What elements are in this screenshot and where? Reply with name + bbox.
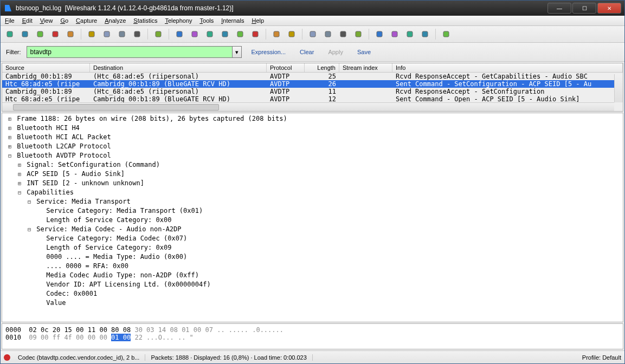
tree-node[interactable]: Service Category: Media Codec (0x07) bbox=[4, 234, 621, 243]
tree-toggle-icon[interactable]: ⊞ bbox=[7, 124, 13, 133]
tree-toggle-icon[interactable] bbox=[36, 299, 42, 308]
tree-node[interactable]: 0000 .... = Media Type: Audio (0x00) bbox=[4, 252, 621, 262]
tree-node[interactable]: Length of Service Category: 0x00 bbox=[4, 216, 621, 225]
tree-toggle-icon[interactable]: ⊞ bbox=[7, 142, 13, 151]
open-icon[interactable] bbox=[86, 28, 98, 40]
filter-dropdown[interactable]: ▾ bbox=[232, 46, 242, 58]
restart-icon[interactable] bbox=[65, 28, 76, 40]
menu-statistics[interactable]: Statistics bbox=[133, 17, 157, 24]
menu-telephony[interactable]: Telephony bbox=[165, 17, 192, 24]
capture-filter-icon[interactable] bbox=[373, 28, 385, 40]
expert-info-icon[interactable] bbox=[4, 354, 10, 361]
goto-top-icon[interactable] bbox=[234, 28, 246, 40]
tree-toggle-icon[interactable]: ⊞ bbox=[16, 161, 23, 170]
packet-list-pane[interactable]: Source Destination Protocol Length Strea… bbox=[2, 63, 623, 112]
back-icon[interactable] bbox=[189, 28, 201, 40]
tree-node[interactable]: Media Codec Audio Type: non-A2DP (0xff) bbox=[4, 271, 621, 280]
table-row[interactable]: Cambridg_00:b1:89(Htc_68:ad:e5 (riiperso… bbox=[2, 73, 623, 80]
hex-pane[interactable]: 0000 02 0c 20 15 00 11 00 80 08 30 03 14… bbox=[2, 323, 623, 349]
tree-toggle-icon[interactable]: ⊟ bbox=[16, 188, 23, 197]
tree-node[interactable]: ⊟ Service: Media Transport bbox=[4, 197, 621, 206]
tree-toggle-icon[interactable]: ⊞ bbox=[7, 133, 13, 142]
close-button[interactable]: ✕ bbox=[597, 3, 621, 14]
layout2-icon[interactable] bbox=[286, 28, 298, 40]
menu-analyze[interactable]: Analyze bbox=[105, 17, 126, 24]
titlebar[interactable]: btsnoop_hci.log [Wireshark 1.12.4 (v1.12… bbox=[1, 1, 624, 16]
save-button[interactable]: Save bbox=[353, 49, 375, 55]
find-icon[interactable] bbox=[173, 28, 185, 40]
tree-toggle-icon[interactable]: ⊞ bbox=[16, 179, 23, 188]
close-icon[interactable] bbox=[116, 28, 128, 40]
tree-toggle-icon[interactable] bbox=[36, 216, 42, 225]
menu-go[interactable]: Go bbox=[60, 17, 68, 24]
tree-toggle-icon[interactable]: ⊞ bbox=[16, 170, 23, 179]
menu-file[interactable]: File bbox=[5, 17, 15, 24]
coloring-icon[interactable] bbox=[404, 28, 416, 40]
table-row[interactable]: Htc_68:ad:e5 (riipeCambridg_00:b1:89 (Bl… bbox=[2, 80, 623, 88]
tree-toggle-icon[interactable] bbox=[36, 244, 42, 252]
play-green-icon[interactable] bbox=[34, 28, 46, 40]
forward-icon[interactable] bbox=[204, 28, 216, 40]
tree-node[interactable]: ⊞ INT SEID [2 - unknown unknown] bbox=[4, 179, 621, 188]
menu-tools[interactable]: Tools bbox=[200, 17, 214, 24]
record-target-icon[interactable] bbox=[19, 28, 31, 40]
tree-node[interactable]: ⊞ Signal: SetConfiguration (Command) bbox=[4, 160, 621, 170]
tree-toggle-icon[interactable]: ⊟ bbox=[7, 152, 13, 160]
menu-edit[interactable]: Edit bbox=[22, 17, 33, 24]
prefs-icon[interactable] bbox=[419, 28, 431, 40]
tree-toggle-icon[interactable] bbox=[36, 290, 42, 298]
refresh-icon[interactable] bbox=[131, 28, 143, 40]
menu-internals[interactable]: Internals bbox=[221, 17, 244, 24]
maximize-button[interactable]: ☐ bbox=[572, 3, 596, 14]
tree-toggle-icon[interactable] bbox=[36, 271, 42, 280]
filter-input[interactable] bbox=[27, 46, 233, 58]
tree-toggle-icon[interactable]: ⊞ bbox=[7, 115, 13, 123]
record-circle-icon[interactable] bbox=[4, 28, 16, 40]
menu-help[interactable]: Help bbox=[252, 17, 264, 24]
stop-red-icon[interactable] bbox=[49, 28, 61, 40]
help-icon[interactable] bbox=[440, 28, 452, 40]
tree-node[interactable]: ⊞ Bluetooth HCI ACL Packet bbox=[4, 133, 621, 142]
apply-button[interactable]: Apply bbox=[324, 49, 347, 55]
goto-bottom-icon[interactable] bbox=[249, 28, 261, 40]
packet-vscroll[interactable] bbox=[614, 74, 623, 102]
status-profile[interactable]: Profile: Default bbox=[582, 354, 621, 361]
tree-toggle-icon[interactable] bbox=[36, 207, 42, 216]
tree-toggle-icon[interactable]: ⊟ bbox=[26, 198, 33, 206]
tree-node[interactable]: Codec: 0x0001 bbox=[4, 289, 621, 298]
packet-hscroll[interactable] bbox=[2, 102, 614, 111]
save-icon[interactable] bbox=[101, 28, 113, 40]
tree-node[interactable]: Value bbox=[4, 298, 621, 308]
tree-node[interactable]: Length of Service Category: 0x09 bbox=[4, 243, 621, 252]
tree-toggle-icon[interactable] bbox=[36, 235, 42, 243]
tree-node[interactable]: ⊟ Service: Media Codec - Audio non-A2DP bbox=[4, 225, 621, 234]
resize-cols-icon[interactable] bbox=[352, 28, 364, 40]
packet-columns-header[interactable]: Source Destination Protocol Length Strea… bbox=[2, 63, 623, 73]
menu-view[interactable]: View bbox=[40, 17, 53, 24]
table-row[interactable]: Cambridg_00:b1:89(Htc_68:ad:e5 (riiperso… bbox=[2, 88, 623, 95]
minimize-button[interactable]: — bbox=[547, 3, 571, 14]
layout1-icon[interactable] bbox=[270, 28, 282, 40]
tree-toggle-icon[interactable]: ⊟ bbox=[26, 225, 33, 234]
tree-node[interactable]: ⊟ Capabilities bbox=[4, 188, 621, 197]
zoom-out-icon[interactable] bbox=[322, 28, 334, 40]
zoom-in-icon[interactable] bbox=[307, 28, 319, 40]
display-filter-icon[interactable] bbox=[389, 28, 401, 40]
tree-node[interactable]: ⊟ Bluetooth AVDTP Protocol bbox=[4, 151, 621, 160]
tree-node[interactable]: ⊞ Bluetooth L2CAP Protocol bbox=[4, 142, 621, 151]
menu-capture[interactable]: Capture bbox=[76, 17, 97, 24]
tree-node[interactable]: ⊞ Bluetooth HCI H4 bbox=[4, 123, 621, 133]
clear-button[interactable]: Clear bbox=[295, 49, 318, 55]
jump-icon[interactable] bbox=[219, 28, 231, 40]
tree-toggle-icon[interactable] bbox=[36, 253, 42, 262]
tree-node[interactable]: Service Category: Media Transport (0x01) bbox=[4, 206, 621, 216]
tree-toggle-icon[interactable] bbox=[36, 262, 42, 271]
tree-node[interactable]: Vendor ID: APT Licensing Ltd. (0x0000004… bbox=[4, 280, 621, 289]
print-icon[interactable] bbox=[152, 28, 164, 40]
packet-detail-pane[interactable]: ⊞ Frame 1188: 26 bytes on wire (208 bits… bbox=[2, 113, 623, 322]
expression-button[interactable]: Expression... bbox=[247, 49, 291, 55]
tree-toggle-icon[interactable] bbox=[36, 281, 42, 289]
table-row[interactable]: Htc_68:ad:e5 (riipeCambridg_00:b1:89 (Bl… bbox=[2, 95, 623, 103]
tree-node[interactable]: ⊞ ACP SEID [5 - Audio Sink] bbox=[4, 170, 621, 179]
tree-node[interactable]: .... 0000 = RFA: 0x00 bbox=[4, 262, 621, 271]
